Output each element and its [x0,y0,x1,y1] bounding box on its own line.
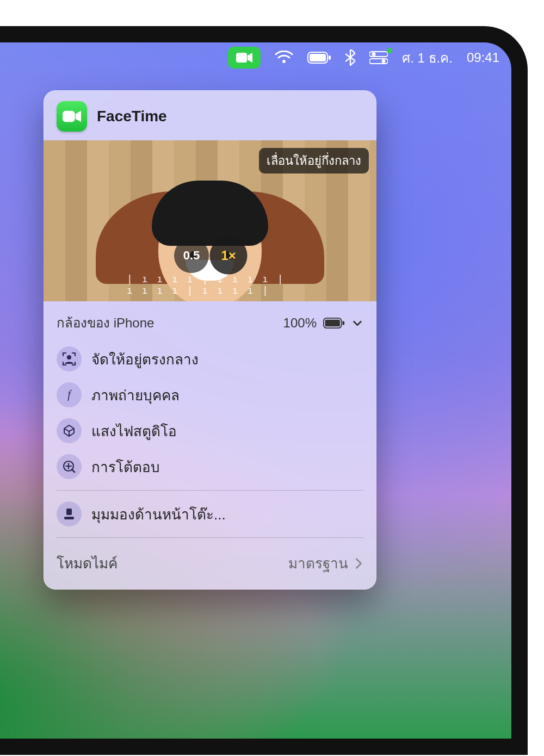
svg-rect-19 [64,517,74,519]
desk-view-option[interactable]: มุมมองด้านหน้าโต๊ะ... [57,496,363,532]
svg-point-7 [382,59,386,63]
battery-status[interactable] [307,47,331,69]
menubar-date[interactable]: ศ. 1 ธ.ค. [402,47,453,69]
zoom-controls: 0.5 1× [173,238,247,273]
svg-point-12 [67,355,71,360]
svg-rect-8 [63,111,75,122]
svg-rect-18 [66,509,72,515]
camera-battery-percent: 100% [283,315,317,331]
camera-source-row[interactable]: กล้องของ iPhone 100% [57,308,363,341]
svg-line-17 [72,469,75,472]
device-frame: ศ. 1 ธ.ค. 09:41 FaceTime [0,26,528,755]
bluetooth-status[interactable] [345,47,355,69]
option-label: จัดให้อยู่ตรงกลาง [91,348,199,370]
video-icon [63,109,81,123]
reactions-icon [62,460,76,474]
panel-title: FaceTime [97,108,167,125]
center-stage-option[interactable]: จัดให้อยู่ตรงกลาง [57,341,363,377]
zoom-0-5x-button[interactable]: 0.5 [174,238,209,273]
option-label: ภาพถ่ายบุคคล [91,384,180,406]
chevron-right-icon [354,557,363,569]
svg-rect-2 [310,54,326,61]
control-center-icon [369,51,388,64]
menubar-time[interactable]: 09:41 [467,47,499,69]
menubar: ศ. 1 ธ.ค. 09:41 [0,42,511,73]
svg-rect-0 [236,53,247,63]
recenter-hint-badge[interactable]: เลื่อนให้อยู่กึ่งกลาง [259,148,369,173]
facetime-app-icon [57,101,87,132]
studio-light-option[interactable]: แสงไฟสตูดิโอ [57,413,363,449]
camera-source-label: กล้องของ iPhone [57,312,154,333]
wifi-status[interactable] [275,47,293,69]
video-effects-panel: FaceTime เลื่อนให้อยู่กึ่งกลาง 0.5 1× [44,90,376,590]
portrait-icon: f [63,388,76,401]
chevron-down-icon [351,317,363,329]
portrait-option[interactable]: f ภาพถ่ายบุคคล [57,377,363,413]
center-stage-icon [62,352,76,366]
zoom-tick-scale: | ı ı ı ı | ı ı ı ı | ı ı ı ı | ı ı ı ı … [127,273,293,296]
reactions-option[interactable]: การโต้ตอบ [57,449,363,485]
control-center-button[interactable] [369,47,388,69]
battery-icon [323,318,345,329]
option-label: การโต้ตอบ [91,456,160,478]
svg-text:f: f [67,388,72,401]
desk-view-icon [63,507,76,520]
panel-header: FaceTime [44,90,376,140]
battery-icon [307,52,331,64]
separator [57,537,363,538]
desktop-screen: ศ. 1 ธ.ค. 09:41 FaceTime [0,42,511,739]
svg-rect-11 [342,321,344,325]
option-label: แสงไฟสตูดิโอ [91,420,177,442]
mic-mode-row[interactable]: โหมดไมค์ มาตรฐาน [57,543,363,586]
bluetooth-icon [345,49,355,66]
option-label: มุมมองด้านหน้าโต๊ะ... [91,503,226,525]
mic-mode-value: มาตรฐาน [288,552,348,574]
svg-rect-3 [329,55,331,60]
mic-mode-label: โหมดไมค์ [57,552,118,574]
zoom-1x-button[interactable]: 1× [209,237,247,274]
wifi-icon [275,51,293,65]
panel-body: กล้องของ iPhone 100% [44,301,376,590]
camera-preview[interactable]: เลื่อนให้อยู่กึ่งกลาง 0.5 1× | ı ı ı ı |… [44,140,376,301]
video-icon [236,52,252,64]
separator [57,490,363,491]
facetime-menubar-indicator[interactable] [228,47,261,69]
studio-light-icon [62,424,76,438]
svg-point-5 [372,52,376,56]
svg-rect-10 [325,319,340,326]
